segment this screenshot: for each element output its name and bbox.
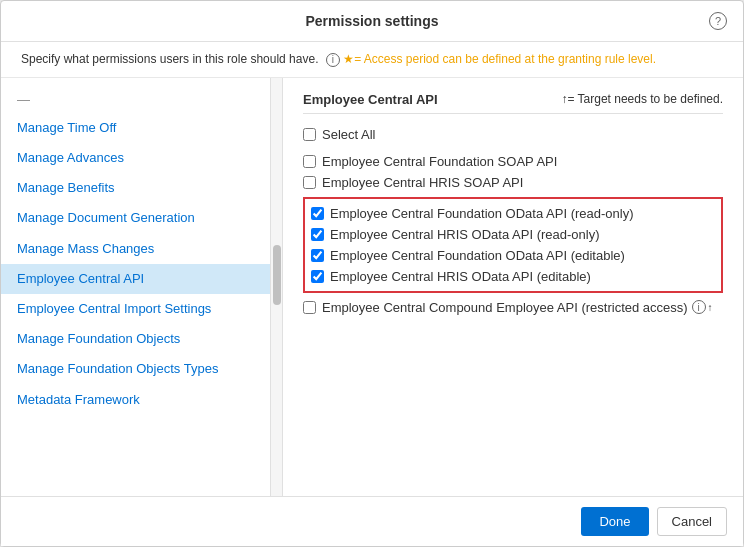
sidebar-item-manage-document-generation[interactable]: Manage Document Generation [1, 203, 270, 233]
checkbox-row-ec-foundation-soap[interactable]: Employee Central Foundation SOAP API [303, 151, 723, 172]
ec-hris-soap-label: Employee Central HRIS SOAP API [322, 175, 523, 190]
select-all-label: Select All [322, 127, 375, 142]
sidebar-item-manage-mass-changes[interactable]: Manage Mass Changes [1, 234, 270, 264]
ec-foundation-soap-label: Employee Central Foundation SOAP API [322, 154, 557, 169]
sidebar-item-employee-central-api[interactable]: Employee Central API [1, 264, 270, 294]
checkbox-row-ec-foundation-odata-readonly[interactable]: Employee Central Foundation OData API (r… [311, 203, 715, 224]
sidebar-item-manage-benefits[interactable]: Manage Benefits [1, 173, 270, 203]
section-header: Employee Central API ↑= Target needs to … [303, 92, 723, 114]
info-bar: Specify what permissions users in this r… [1, 42, 743, 78]
ec-hris-odata-editable-label: Employee Central HRIS OData API (editabl… [330, 269, 591, 284]
checkbox-row-ec-hris-soap[interactable]: Employee Central HRIS SOAP API [303, 172, 723, 193]
scrollbar[interactable] [271, 78, 283, 496]
select-all-row[interactable]: Select All [303, 124, 723, 145]
sidebar-item-manage-foundation-objects[interactable]: Manage Foundation Objects [1, 324, 270, 354]
ec-compound-employee-label: Employee Central Compound Employee API (… [322, 300, 688, 315]
sidebar-item-manage-advances[interactable]: Manage Advances [1, 143, 270, 173]
help-icon[interactable]: ? [709, 12, 727, 30]
ec-compound-employee-checkbox[interactable] [303, 301, 316, 314]
sidebar-item-employee-central-import-settings[interactable]: Employee Central Import Settings [1, 294, 270, 324]
dialog-header: Permission settings ? [1, 1, 743, 42]
info-circle-icon: i [326, 53, 340, 67]
ec-foundation-odata-editable-label: Employee Central Foundation OData API (e… [330, 248, 625, 263]
ec-hris-odata-readonly-checkbox[interactable] [311, 228, 324, 241]
dialog-title: Permission settings [305, 13, 438, 29]
compound-target-marker: ↑ [708, 302, 713, 313]
cancel-button[interactable]: Cancel [657, 507, 727, 536]
main-content: Employee Central API ↑= Target needs to … [283, 78, 743, 496]
ec-hris-odata-readonly-label: Employee Central HRIS OData API (read-on… [330, 227, 600, 242]
highlighted-section: Employee Central Foundation OData API (r… [303, 197, 723, 293]
ec-foundation-odata-readonly-label: Employee Central Foundation OData API (r… [330, 206, 634, 221]
section-title: Employee Central API [303, 92, 438, 107]
target-note: ↑= Target needs to be defined. [561, 92, 723, 106]
ec-hris-soap-checkbox[interactable] [303, 176, 316, 189]
ec-foundation-odata-editable-checkbox[interactable] [311, 249, 324, 262]
content-area: — Manage Time Off Manage Advances Manage… [1, 78, 743, 496]
dialog-body: Specify what permissions users in this r… [1, 42, 743, 496]
dialog: Permission settings ? Specify what permi… [0, 0, 744, 547]
info-text: Specify what permissions users in this r… [21, 52, 318, 66]
checkbox-row-ec-foundation-odata-editable[interactable]: Employee Central Foundation OData API (e… [311, 245, 715, 266]
sidebar-item-metadata-framework[interactable]: Metadata Framework [1, 385, 270, 415]
dialog-footer: Done Cancel [1, 496, 743, 546]
select-all-checkbox[interactable] [303, 128, 316, 141]
done-button[interactable]: Done [581, 507, 648, 536]
checkbox-row-ec-hris-odata-editable[interactable]: Employee Central HRIS OData API (editabl… [311, 266, 715, 287]
sidebar: — Manage Time Off Manage Advances Manage… [1, 78, 271, 496]
star-note: ★= Access period can be defined at the g… [343, 52, 656, 66]
compound-info-icon: i [692, 300, 706, 314]
ec-hris-odata-editable-checkbox[interactable] [311, 270, 324, 283]
sidebar-item-manage-foundation-objects-types[interactable]: Manage Foundation Objects Types [1, 354, 270, 384]
sidebar-item-ellipsis[interactable]: — [1, 86, 270, 113]
sidebar-item-manage-time-off[interactable]: Manage Time Off [1, 113, 270, 143]
checkbox-row-ec-hris-odata-readonly[interactable]: Employee Central HRIS OData API (read-on… [311, 224, 715, 245]
checkbox-row-ec-compound-employee[interactable]: Employee Central Compound Employee API (… [303, 297, 723, 318]
ec-foundation-odata-readonly-checkbox[interactable] [311, 207, 324, 220]
ec-foundation-soap-checkbox[interactable] [303, 155, 316, 168]
scrollbar-thumb [273, 245, 281, 305]
